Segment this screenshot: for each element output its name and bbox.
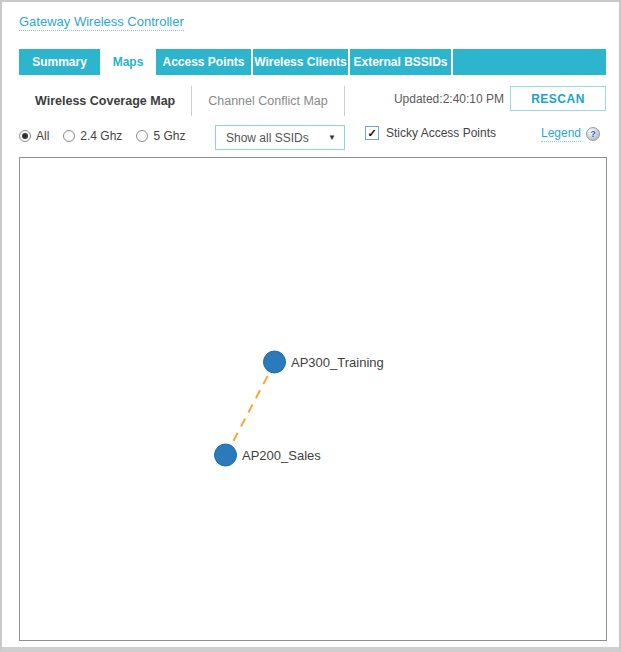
ssid-dropdown-value: Show all SSIDs: [226, 131, 328, 145]
tab-access-points[interactable]: Access Points: [156, 49, 253, 75]
tab-summary[interactable]: Summary: [19, 49, 102, 75]
legend-row: Legend ?: [541, 126, 600, 142]
radio-2-4-ghz[interactable]: 2.4 Ghz: [63, 129, 122, 143]
radio-circle-icon[interactable]: [136, 130, 148, 142]
radio-circle-icon[interactable]: [19, 130, 31, 142]
access-point-node[interactable]: AP300_Training: [263, 351, 384, 374]
ssid-dropdown[interactable]: Show all SSIDs ▼: [215, 125, 345, 150]
radio-label: All: [36, 129, 49, 143]
tab-wireless-clients[interactable]: Wireless Clients: [253, 49, 350, 75]
radio-all[interactable]: All: [19, 129, 49, 143]
sticky-access-points-checkbox-row[interactable]: ✓ Sticky Access Points: [365, 126, 496, 140]
access-point-icon[interactable]: [263, 351, 286, 374]
subtab-channel-conflict-map[interactable]: Channel Conflict Map: [192, 86, 344, 116]
radio-label: 5 Ghz: [153, 129, 185, 143]
help-icon[interactable]: ?: [586, 127, 600, 141]
access-point-label: AP300_Training: [291, 355, 384, 370]
gateway-wireless-controller-page: Gateway Wireless Controller Summary Maps…: [0, 0, 621, 652]
access-point-icon[interactable]: [214, 444, 237, 467]
radio-5-ghz[interactable]: 5 Ghz: [136, 129, 185, 143]
map-subtab-bar: Wireless Coverage Map Channel Conflict M…: [19, 86, 345, 116]
updated-timestamp: Updated:2:40:10 PM: [394, 92, 504, 106]
ap-link-line: [226, 362, 275, 455]
gateway-wireless-controller-link[interactable]: Gateway Wireless Controller: [19, 14, 184, 31]
access-point-node[interactable]: AP200_Sales: [214, 444, 321, 467]
subtab-wireless-coverage-map[interactable]: Wireless Coverage Map: [19, 86, 191, 116]
tab-external-bssids[interactable]: External BSSIDs: [350, 49, 453, 75]
wireless-coverage-map-canvas[interactable]: AP300_Training AP200_Sales: [19, 157, 607, 641]
checkbox-label: Sticky Access Points: [386, 126, 496, 140]
rescan-button[interactable]: RESCAN: [510, 86, 606, 111]
main-tab-bar: Summary Maps Access Points Wireless Clie…: [19, 49, 606, 75]
radio-circle-icon[interactable]: [63, 130, 75, 142]
legend-link[interactable]: Legend: [541, 126, 581, 142]
tab-bar-filler: [453, 49, 606, 75]
access-point-label: AP200_Sales: [242, 448, 321, 463]
band-radio-group: All 2.4 Ghz 5 Ghz: [19, 124, 199, 148]
chevron-down-icon: ▼: [328, 133, 336, 142]
subtab-divider: [344, 86, 345, 116]
radio-label: 2.4 Ghz: [80, 129, 122, 143]
checkbox-icon[interactable]: ✓: [365, 126, 379, 140]
tab-maps[interactable]: Maps: [102, 49, 156, 75]
ap-connection-layer: [20, 158, 606, 640]
